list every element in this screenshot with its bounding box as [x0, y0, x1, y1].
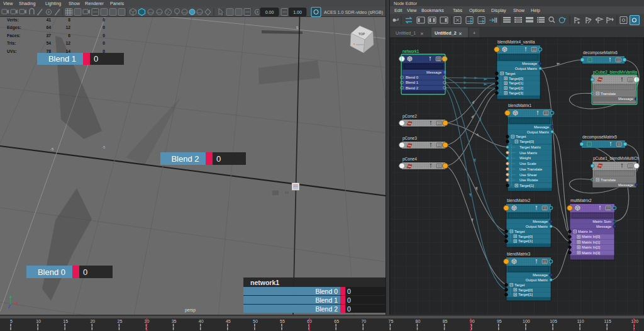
svg-text:multMatrix2: multMatrix2 — [570, 198, 592, 203]
svg-text:Node Editor: Node Editor — [394, 1, 418, 6]
svg-text:64: 64 — [46, 25, 51, 30]
svg-text:80: 80 — [416, 319, 421, 323]
svg-text:Target[1]: Target[1] — [509, 81, 523, 85]
svg-text:12: 12 — [65, 25, 70, 30]
svg-text:Blend 2: Blend 2 — [171, 154, 199, 164]
svg-text:115: 115 — [604, 319, 611, 323]
svg-text:Display: Display — [491, 8, 506, 13]
svg-text:50: 50 — [253, 319, 258, 323]
svg-text:Use Rotate: Use Rotate — [519, 178, 538, 182]
svg-text:41: 41 — [46, 18, 51, 22]
svg-text:Target[2]: Target[2] — [509, 86, 523, 90]
svg-text:35: 35 — [172, 319, 177, 323]
svg-text:0: 0 — [103, 41, 105, 45]
svg-text:TOP: TOP — [358, 32, 365, 36]
svg-text:network1: network1 — [402, 49, 419, 53]
svg-text:-5: -5 — [50, 147, 54, 151]
svg-text:25: 25 — [118, 319, 123, 323]
svg-text:UVs:: UVs: — [7, 49, 17, 53]
svg-text:✕: ✕ — [458, 31, 462, 36]
svg-text:Message: Message — [426, 70, 442, 74]
svg-text:blendMatrix4_vanilla: blendMatrix4_vanilla — [497, 40, 535, 45]
svg-text:Edit: Edit — [394, 8, 402, 13]
svg-text:Target[0]: Target[0] — [509, 77, 523, 81]
svg-text:Blend 0: Blend 0 — [38, 267, 65, 277]
svg-text:6: 6 — [68, 33, 70, 38]
svg-text:decomposeMatrix5: decomposeMatrix5 — [582, 135, 617, 140]
svg-text:Target[0]: Target[0] — [519, 140, 534, 143]
svg-text:pCube1_blendMxMultiCh: pCube1_blendMxMultiCh — [593, 156, 639, 161]
svg-text:0: 0 — [347, 288, 351, 295]
svg-text:Blend 1: Blend 1 — [315, 296, 338, 304]
svg-text:Blend 1: Blend 1 — [406, 81, 418, 84]
svg-text:Translate: Translate — [601, 178, 616, 182]
svg-text:Matrix In[3]: Matrix In[3] — [582, 251, 600, 255]
svg-text:Use Translate: Use Translate — [519, 167, 543, 171]
svg-text:Target[3]: Target[3] — [509, 91, 523, 95]
svg-text:Blend 1: Blend 1 — [48, 54, 76, 64]
svg-text:Tabs: Tabs — [453, 8, 463, 13]
svg-text:-5: -5 — [102, 145, 106, 149]
svg-text:85: 85 — [443, 319, 448, 323]
svg-text:Panels: Panels — [110, 1, 124, 6]
svg-text:Tris:: Tris: — [7, 41, 16, 45]
svg-text:78: 78 — [46, 49, 51, 53]
svg-text:Message: Message — [596, 225, 612, 228]
svg-text:Use Shear: Use Shear — [519, 173, 537, 177]
svg-text:75: 75 — [389, 319, 394, 323]
svg-text:translate: translate — [356, 43, 364, 46]
svg-text:Output Matrix: Output Matrix — [526, 225, 548, 228]
svg-text:120: 120 — [631, 319, 638, 323]
svg-text:15: 15 — [63, 319, 68, 323]
svg-text:Untitled_1: Untitled_1 — [396, 30, 416, 36]
svg-text:12: 12 — [65, 41, 70, 45]
svg-text:Matrix In[0]: Matrix In[0] — [582, 235, 600, 238]
svg-text:0: 0 — [83, 267, 87, 277]
svg-text:40: 40 — [199, 319, 204, 323]
svg-text:Message: Message — [522, 62, 538, 65]
svg-text:0: 0 — [103, 25, 105, 30]
svg-text:105: 105 — [550, 319, 557, 323]
svg-text:Target: Target — [514, 283, 525, 287]
svg-text:network1: network1 — [250, 279, 279, 286]
svg-text:blendMatrix2: blendMatrix2 — [507, 198, 531, 203]
svg-text:Blend 0: Blend 0 — [315, 288, 338, 295]
svg-text:Weight: Weight — [519, 156, 531, 160]
svg-text:Target[0]: Target[0] — [518, 235, 533, 238]
svg-text:Options: Options — [469, 8, 485, 13]
svg-text:Use Matrix: Use Matrix — [519, 151, 537, 155]
svg-text:Matrix In[1]: Matrix In[1] — [582, 240, 600, 244]
svg-text:100: 100 — [523, 319, 530, 323]
svg-text:0: 0 — [347, 305, 351, 313]
svg-text:Blend 2: Blend 2 — [315, 305, 338, 313]
svg-text:70: 70 — [361, 319, 366, 323]
svg-text:decomposeMatrix6: decomposeMatrix6 — [583, 50, 618, 55]
svg-text:Untitled_2: Untitled_2 — [435, 30, 457, 36]
svg-text:8: 8 — [68, 18, 70, 22]
svg-text:55: 55 — [280, 319, 285, 323]
svg-text:Edges:: Edges: — [7, 25, 21, 30]
svg-text:0: 0 — [347, 296, 351, 304]
svg-text:Output Matrix: Output Matrix — [527, 130, 549, 134]
svg-text:Blend 2: Blend 2 — [406, 86, 418, 90]
svg-text:0: 0 — [103, 33, 105, 38]
svg-text:Help: Help — [531, 8, 540, 13]
svg-text:Lighting: Lighting — [45, 1, 61, 6]
svg-text:Target[1]: Target[1] — [519, 184, 534, 188]
svg-text:0: 0 — [94, 54, 98, 64]
svg-text:Target Matrix: Target Matrix — [519, 145, 541, 149]
svg-text:pCone3: pCone3 — [402, 136, 417, 141]
svg-text:Faces:: Faces: — [7, 33, 21, 38]
svg-text:1.00: 1.00 — [293, 10, 302, 14]
svg-text:37: 37 — [46, 33, 51, 38]
svg-text:14: 14 — [65, 49, 70, 53]
svg-text:0.00: 0.00 — [265, 10, 274, 14]
svg-text:ACES 1.0 SDR-video (sRGB): ACES 1.0 SDR-video (sRGB) — [324, 9, 383, 15]
svg-text:Show: Show — [513, 8, 525, 13]
svg-text:Output Matrix: Output Matrix — [515, 67, 537, 70]
svg-text:View: View — [407, 8, 417, 13]
svg-text:10: 10 — [36, 319, 41, 323]
svg-text:pCone4: pCone4 — [402, 157, 417, 162]
svg-text:Translate: Translate — [601, 92, 616, 96]
svg-text:persp: persp — [185, 308, 196, 313]
